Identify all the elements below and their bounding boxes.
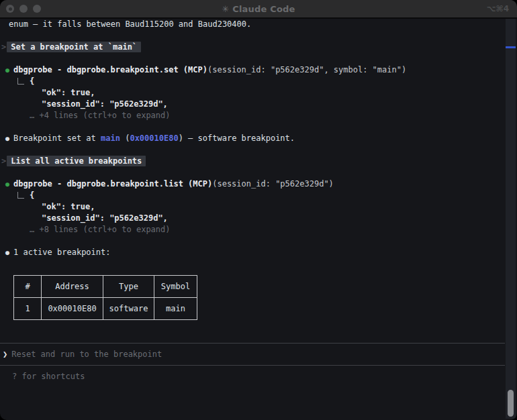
table-row: 1 0x00010E80 software main <box>14 298 197 320</box>
context-line: enum — it falls between Baud115200 and B… <box>0 19 505 30</box>
col-header-address: Address <box>42 276 103 298</box>
result-elbow-icon <box>17 192 24 199</box>
col-header-type: Type <box>103 276 154 298</box>
user-message-text: Set a breakpoint at `main` <box>7 42 141 52</box>
message-text: Breakpoint set at <box>13 134 101 143</box>
tool-status-bullet-icon: ● <box>5 64 13 76</box>
user-prompt-prefix: > <box>1 42 6 52</box>
blank-line <box>0 167 505 178</box>
terminal-window: ✳ Claude Code ⌥⌘4 enum — it falls betwee… <box>0 0 517 420</box>
user-message-text: List all active breakpoints <box>7 156 146 166</box>
blank-line <box>0 53 505 64</box>
assistant-message-2: ●1 active breakpoint: <box>0 247 505 258</box>
tool-call-1: ●dbgprobe - dbgprobe.breakpoint.set (MCP… <box>0 64 505 76</box>
tool-name: dbgprobe - dbgprobe.breakpoint.list (MCP… <box>13 179 212 189</box>
titlebar: ✳ Claude Code ⌥⌘4 <box>0 0 517 19</box>
result-json-line: "session_id": "p562e329d", <box>0 213 505 224</box>
prompt-input-box[interactable]: ❯Reset and run to the breakpoint <box>0 343 505 366</box>
input-value[interactable]: Reset and run to the breakpoint <box>11 349 162 360</box>
cell-symbol: main <box>154 298 197 320</box>
blank-line <box>0 235 505 247</box>
window-title: ✳ Claude Code <box>0 4 517 14</box>
scrollbar-thumb[interactable] <box>508 390 514 417</box>
symbol-ref: main <box>101 134 120 143</box>
col-header-symbol: Symbol <box>154 276 197 298</box>
message-bullet-icon: ● <box>5 247 13 258</box>
breakpoints-table: # Address Type Symbol 1 0x00010E80 softw… <box>13 275 197 320</box>
user-prompt-prefix: > <box>1 156 6 166</box>
cell-number: 1 <box>14 298 42 320</box>
address-ref: 0x00010E80 <box>130 134 178 143</box>
col-header-number: # <box>14 276 42 298</box>
message-text: ( <box>120 134 130 143</box>
input-prompt-icon: ❯ <box>3 349 7 360</box>
blank-line <box>0 30 505 42</box>
tool-call-2: ●dbgprobe - dbgprobe.breakpoint.list (MC… <box>0 178 505 190</box>
tool-args: (session_id: "p562e329d") <box>212 179 334 189</box>
cell-address: 0x00010E80 <box>42 298 103 320</box>
terminal-body: enum — it falls between Baud115200 and B… <box>0 19 517 419</box>
close-button[interactable] <box>6 5 14 13</box>
tool-result-1: { <box>0 76 505 87</box>
message-bullet-icon: ● <box>5 133 13 144</box>
result-json-line: "ok": true, <box>0 201 505 213</box>
user-message-2: >List all active breakpoints <box>0 156 505 167</box>
assistant-message-1: ●Breakpoint set at main (0x00010E80) — s… <box>0 133 505 144</box>
result-elbow-icon <box>17 78 24 85</box>
cell-type: software <box>103 298 154 320</box>
user-message-1: >Set a breakpoint at `main` <box>0 42 505 53</box>
result-open-brace: { <box>30 191 34 200</box>
tool-status-bullet-icon: ● <box>5 178 13 190</box>
scrollbar-track[interactable] <box>506 19 516 419</box>
traffic-lights <box>0 5 46 13</box>
blank-line <box>0 144 505 156</box>
result-json-line: "ok": true, <box>0 87 505 99</box>
tool-name: dbgprobe - dbgprobe.breakpoint.set (MCP) <box>13 65 207 74</box>
result-expand-hint: … +4 lines (ctrl+o to expand) <box>0 110 505 121</box>
result-open-brace: { <box>30 76 34 86</box>
message-text: ) — software breakpoint. <box>179 134 295 143</box>
scrollbar-marker <box>506 46 516 48</box>
tool-args: (session_id: "p562e329d", symbol: "main"… <box>207 65 406 74</box>
tool-result-2: { <box>0 190 505 201</box>
result-json-line: "session_id": "p562e329d", <box>0 99 505 110</box>
shortcuts-hint: ? for shortcuts <box>0 371 505 382</box>
message-text: 1 active breakpoint: <box>13 248 111 257</box>
zoom-button[interactable] <box>33 5 41 13</box>
table-header-row: # Address Type Symbol <box>14 276 197 298</box>
minimize-button[interactable] <box>19 5 28 13</box>
close-dot-icon <box>9 7 12 11</box>
blank-line <box>0 121 505 133</box>
result-expand-hint: … +8 lines (ctrl+o to expand) <box>0 224 505 235</box>
window-shortcut-badge: ⌥⌘4 <box>487 4 517 13</box>
